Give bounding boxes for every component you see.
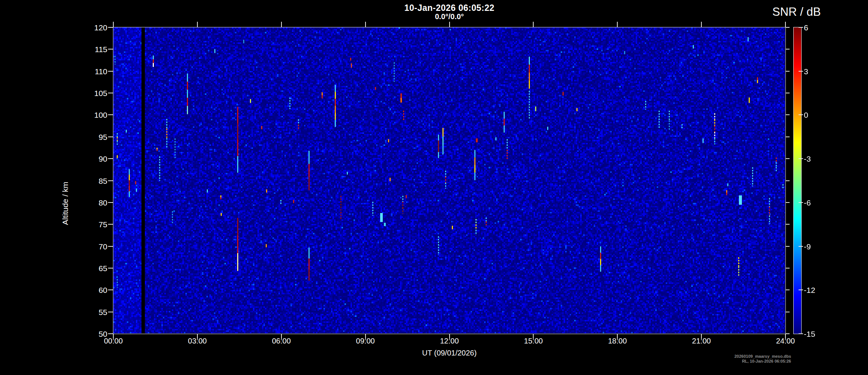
tick-mark <box>799 71 803 72</box>
y-tick-label: 85 <box>81 177 107 185</box>
tick-mark <box>365 334 366 339</box>
tick-mark <box>108 202 113 203</box>
tick-mark <box>365 22 366 27</box>
tick-mark <box>786 333 790 334</box>
tick-mark <box>533 334 534 339</box>
colorbar-tick-label: 0 <box>804 111 808 119</box>
colorbar-tick-label: -12 <box>804 286 815 294</box>
tick-mark <box>799 290 803 290</box>
tick-mark <box>786 114 790 115</box>
tick-mark <box>799 158 803 159</box>
tick-mark <box>108 180 113 181</box>
y-tick-label: 95 <box>81 133 107 141</box>
y-tick-label: 90 <box>81 155 107 163</box>
tick-mark <box>786 136 790 137</box>
tick-mark <box>281 334 282 339</box>
tick-mark <box>108 333 113 334</box>
snr-heatmap-canvas <box>113 27 785 333</box>
tick-mark <box>108 268 113 268</box>
plot-title-beam-direction: 0.0°/0.0° <box>113 12 785 21</box>
tick-mark <box>785 22 786 27</box>
y-tick-label: 100 <box>81 111 107 119</box>
colorbar-tick-label: -3 <box>804 155 811 163</box>
tick-mark <box>449 22 450 27</box>
y-tick-label: 105 <box>81 89 107 97</box>
tick-mark <box>108 93 113 93</box>
colorbar-title: SNR / dB <box>772 5 868 19</box>
tick-mark <box>113 334 114 339</box>
tick-mark <box>786 312 790 312</box>
tick-mark <box>533 22 534 27</box>
tick-mark <box>786 93 790 93</box>
tick-mark <box>108 158 113 159</box>
tick-mark <box>786 246 790 247</box>
tick-mark <box>786 268 790 268</box>
tick-mark <box>799 27 803 28</box>
watermark-timestamp: RL, 10-Jan-2026 06:05:26 <box>675 359 791 364</box>
y-tick-label: 115 <box>81 45 107 53</box>
watermark-filename: 20260109_maarsy_meso.dbs <box>675 354 791 359</box>
y-tick-label: 80 <box>81 199 107 207</box>
tick-mark <box>108 290 113 290</box>
tick-mark <box>799 114 803 115</box>
tick-mark <box>197 334 198 339</box>
tick-mark <box>786 49 790 50</box>
tick-mark <box>786 202 790 203</box>
tick-mark <box>799 202 803 203</box>
y-tick-label: 75 <box>81 220 107 228</box>
y-tick-label: 120 <box>81 24 107 32</box>
colorbar-gradient <box>793 27 802 334</box>
tick-mark <box>786 224 790 225</box>
y-tick-label: 65 <box>81 264 107 272</box>
tick-mark <box>786 27 790 28</box>
tick-mark <box>786 158 790 159</box>
tick-mark <box>449 334 450 339</box>
tick-mark <box>108 136 113 137</box>
watermark: 20260109_maarsy_meso.dbs RL, 10-Jan-2026… <box>675 354 791 364</box>
colorbar-tick-label: -9 <box>804 243 811 250</box>
tick-mark <box>701 22 702 27</box>
colorbar-tick-label: -6 <box>804 199 811 207</box>
y-tick-label: 110 <box>81 68 107 75</box>
tick-mark <box>786 290 790 290</box>
y-tick-label: 70 <box>81 243 107 250</box>
tick-mark <box>108 114 113 115</box>
tick-mark <box>701 334 702 339</box>
tick-mark <box>281 22 282 27</box>
colorbar-tick-label: -15 <box>804 330 815 338</box>
tick-mark <box>108 312 113 312</box>
tick-mark <box>108 246 113 247</box>
plot-frame <box>113 27 786 334</box>
tick-mark <box>113 22 114 27</box>
y-tick-label: 60 <box>81 286 107 294</box>
tick-mark <box>617 334 618 339</box>
tick-mark <box>786 180 790 181</box>
tick-mark <box>108 224 113 225</box>
radargram-screen: 10-Jan-2026 06:05:22 0.0°/0.0° SNR / dB … <box>0 0 868 375</box>
tick-mark <box>197 22 198 27</box>
tick-mark <box>108 49 113 50</box>
tick-mark <box>785 334 786 339</box>
colorbar-tick-label: 6 <box>804 24 808 32</box>
tick-mark <box>108 27 113 28</box>
tick-mark <box>799 333 803 334</box>
y-tick-label: 55 <box>81 308 107 316</box>
tick-mark <box>617 22 618 27</box>
plot-title-datetime: 10-Jan-2026 06:05:22 <box>113 3 785 13</box>
tick-mark <box>799 246 803 247</box>
tick-mark <box>786 71 790 72</box>
y-axis-label: Altitude / km <box>61 216 70 225</box>
colorbar-tick-label: 3 <box>804 68 808 75</box>
tick-mark <box>108 71 113 72</box>
